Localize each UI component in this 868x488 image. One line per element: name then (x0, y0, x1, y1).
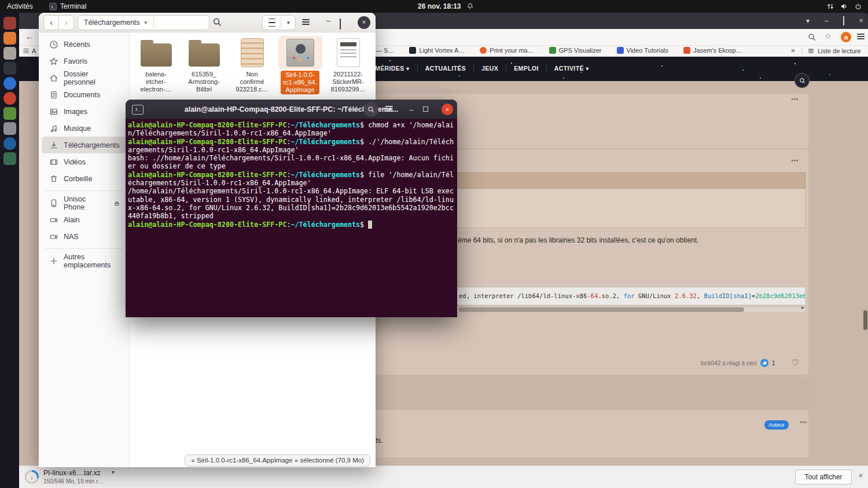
clock[interactable]: 26 nov. 18:13 (418, 0, 461, 13)
close-downloadbar-button[interactable]: × (858, 471, 863, 480)
file-item[interactable]: 20211122-StickerMR-81693299… (324, 36, 372, 94)
bookmark-item[interactable]: ⊞ A (23, 47, 36, 55)
sidebar-item-alain[interactable]: Alain (42, 211, 126, 228)
close-button[interactable]: × (358, 16, 370, 29)
sidebar-item-favoris[interactable]: Favoris (42, 53, 126, 69)
file-item[interactable]: balena-etcher-electron-… (132, 36, 180, 94)
bookmark-item[interactable]: Video Tutorials (617, 47, 669, 54)
list-view-icon[interactable] (263, 17, 281, 28)
show-all-downloads-button[interactable]: Tout afficher (795, 469, 852, 485)
sidebar-item-images[interactable]: Images (42, 103, 126, 120)
dock-app-icon[interactable] (3, 137, 16, 150)
nav-link[interactable]: EMPLOI (506, 65, 546, 72)
sidebar-item-nas[interactable]: NAS (42, 228, 126, 245)
forum-search-button[interactable] (795, 73, 810, 88)
account-avatar[interactable]: a (841, 32, 851, 42)
download-filename[interactable]: PI-linux-x6....tar.xz (43, 469, 101, 477)
file-label: 20211122-StickerMR-81693299… (331, 71, 366, 93)
nav-link[interactable]: JEUX (473, 65, 506, 72)
file-item[interactable]: 615359_Armstrong-Bilibri (180, 36, 228, 94)
download-expand-icon[interactable]: ▾ (112, 469, 115, 475)
bookmark-item[interactable]: — S… (376, 47, 394, 54)
nav-link[interactable]: ACTIVITÉ ▾ (546, 65, 597, 72)
sidebar-item-videos[interactable]: Vidéos (42, 153, 126, 170)
bookmark-star-button[interactable]: ☆ (825, 32, 832, 41)
bookmarks-overflow-button[interactable]: » (791, 46, 795, 54)
minimize-button[interactable]: – (406, 104, 417, 115)
bookmark-item[interactable]: GPS Visualizer (549, 47, 602, 54)
search-button[interactable] (212, 17, 222, 27)
notification-bell-icon[interactable] (466, 2, 474, 13)
page-scrollbar-thumb[interactable] (863, 310, 867, 330)
heart-icon[interactable]: ♡ (792, 358, 799, 368)
maximize-button[interactable] (340, 19, 341, 30)
forward-button[interactable]: › (58, 15, 74, 30)
scroll-right-icon[interactable]: ▸ (801, 304, 804, 310)
terminal-line: alain@alain-HP-Compaq-8200-Elite-SFF-PC:… (128, 171, 455, 179)
scrollbar-thumb[interactable] (458, 307, 744, 312)
reaction-text: lock042 a réagi à ceci (701, 360, 757, 366)
current-folder-label: Téléchargements (84, 19, 140, 27)
reading-list-button[interactable]: Liste de lecture (807, 47, 861, 55)
search-icon (212, 17, 222, 27)
sidebar-item-label: Récents (64, 41, 90, 49)
sidebar-item-unisoc-phone[interactable]: Unisoc Phone (42, 195, 126, 211)
hamburger-menu-button[interactable] (302, 18, 310, 26)
system-status-area[interactable] (826, 2, 862, 13)
dock-app-icon[interactable] (3, 77, 16, 90)
author-badge: Auteur (764, 420, 789, 430)
maximize-button[interactable] (423, 107, 428, 112)
minimize-button[interactable]: – (322, 16, 334, 29)
back-button[interactable]: ← (25, 32, 34, 41)
like-badge-icon[interactable] (760, 359, 768, 367)
sidebar-separator (45, 190, 123, 191)
back-button[interactable]: ‹ (43, 15, 59, 30)
zoom-icon[interactable] (808, 33, 816, 41)
sidebar-item-telechargements[interactable]: Téléchargements (42, 137, 126, 153)
dock-app-icon[interactable] (3, 47, 16, 60)
dock-app-icon[interactable] (3, 32, 16, 45)
bookmark-item[interactable]: Light Vortex A… (409, 47, 465, 54)
download-progress-icon[interactable]: ↓ (25, 470, 39, 484)
minimize-button[interactable]: – (821, 16, 832, 26)
dock-app-icon[interactable] (3, 92, 16, 105)
dock-app-icon[interactable] (3, 62, 16, 75)
menu-icon[interactable] (857, 32, 865, 41)
search-button[interactable] (363, 102, 378, 117)
close-button[interactable]: × (856, 16, 866, 26)
music-icon (49, 124, 58, 133)
activities-button[interactable]: Activités (7, 0, 33, 13)
dock-app-icon[interactable] (3, 152, 16, 165)
focused-app-menu[interactable]: ❯_ Terminal (49, 0, 86, 13)
sidebar-item-autres-emplacements[interactable]: Autres emplacements (42, 252, 126, 269)
sidebar-item-corbeille[interactable]: Corbeille (42, 170, 126, 187)
dock-app-icon[interactable] (3, 107, 16, 120)
bookmark-item[interactable]: Print your ma… (480, 47, 534, 54)
bookmark-item[interactable]: Jasem's Ekosp… (683, 47, 742, 54)
sidebar-item-musique[interactable]: Musique (42, 120, 126, 137)
tab-list-button[interactable]: ▾ (803, 16, 813, 26)
dock-app-icon[interactable] (3, 122, 16, 135)
post-options-icon[interactable]: ⋯ (800, 418, 808, 427)
close-button[interactable]: × (442, 104, 453, 115)
dock-app-icon[interactable] (3, 17, 16, 30)
sidebar-item-recents[interactable]: Récents (42, 36, 126, 53)
sidebar-item-documents[interactable]: Documents (42, 86, 126, 103)
bookmark-label: Print your ma… (490, 47, 534, 54)
nav-link[interactable]: MÉRIDES ▾ (375, 65, 417, 72)
nav-link[interactable]: ACTUALITÉS (417, 65, 474, 72)
maximize-button[interactable] (838, 16, 849, 26)
file-item[interactable]: Nonconfirmé923218.c… (228, 36, 276, 94)
file-item[interactable]: Siril-1.0.0-rc1-x86_64.AppImage (276, 36, 324, 94)
eject-icon[interactable] (112, 199, 122, 208)
sidebar-item-dossier-personnel[interactable]: Dossier personnel (42, 69, 126, 86)
search-icon (799, 78, 806, 84)
sidebar-item-label: Favoris (64, 57, 87, 65)
view-toggle-group[interactable]: ▾ (262, 15, 296, 30)
post-options-icon[interactable]: ⋯ (791, 95, 799, 104)
terminal-output[interactable]: alain@alain-HP-Compaq-8200-Elite-SFF-PC:… (126, 119, 457, 317)
path-bar[interactable]: Téléchargements ▾ (78, 15, 209, 30)
view-options-caret-icon[interactable]: ▾ (281, 20, 295, 25)
post-options-icon[interactable]: ⋯ (791, 156, 799, 165)
hamburger-menu-button[interactable] (385, 105, 393, 113)
